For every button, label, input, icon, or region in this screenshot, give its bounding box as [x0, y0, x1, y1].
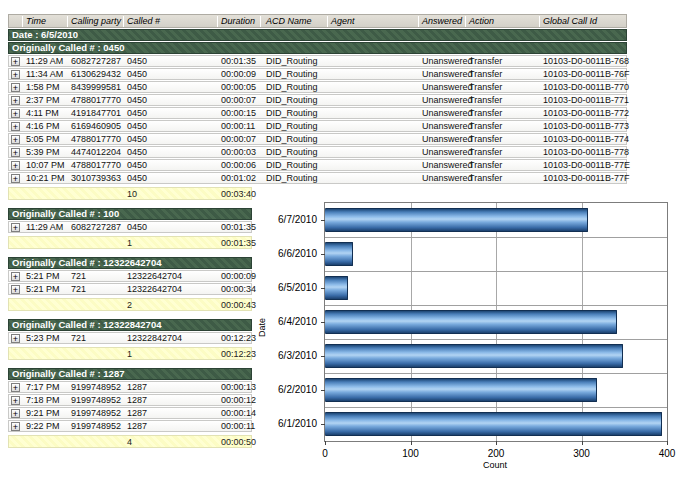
- expand-icon[interactable]: +: [11, 161, 20, 170]
- expand-icon[interactable]: +: [11, 409, 20, 418]
- group-header: Originally Called # : 12322642704: [8, 257, 252, 269]
- cell-called: 12322642704: [125, 284, 220, 294]
- summary-count: 1: [125, 349, 220, 359]
- cell-acd: DID_Routing: [264, 95, 330, 105]
- band-separator: [325, 339, 667, 340]
- cell-time: 10:21 PM: [24, 173, 70, 183]
- cell-duration: 00:01:35: [219, 56, 263, 66]
- cell-time: 9:22 PM: [24, 421, 70, 431]
- cell-answered: Unanswered: [420, 56, 468, 66]
- call-row: +7:17 PM9199748952128700:00:13: [8, 381, 252, 393]
- cell-action: Transfer: [467, 82, 542, 92]
- cell-time: 10:07 PM: [24, 160, 70, 170]
- expand-icon[interactable]: +: [11, 396, 20, 405]
- y-tick-label: 6/4/2010: [255, 316, 317, 328]
- cell-called: 0450: [125, 82, 220, 92]
- x-tick-mark: [411, 441, 412, 445]
- cell-calling: 721: [69, 284, 126, 294]
- cell-answered: Unanswered: [420, 134, 468, 144]
- expand-icon[interactable]: +: [11, 96, 20, 105]
- group-summary-row: 100:12:23: [8, 347, 252, 360]
- cell-called: 12322642704: [125, 271, 220, 281]
- cell-duration: 00:01:02: [219, 173, 263, 183]
- y-tick-label: 6/6/2010: [255, 248, 317, 260]
- call-row: +11:29 AM6082727287045000:01:35: [8, 221, 252, 233]
- cell-calling: 3010739363: [69, 173, 126, 183]
- call-row: +4:16 PM6169460905045000:00:11DID_Routin…: [8, 120, 627, 132]
- cell-global_id: 10103-D0-0011B-77E: [541, 160, 629, 170]
- expand-icon[interactable]: +: [11, 109, 20, 118]
- cell-action: Transfer: [467, 121, 542, 131]
- chart-x-axis-title: Count: [324, 460, 666, 470]
- group-header: Originally Called # : 0450: [8, 42, 627, 54]
- cell-global_id: 10103-D0-0011B-77F: [541, 173, 629, 183]
- cell-called: 1287: [125, 395, 220, 405]
- expand-icon[interactable]: +: [11, 122, 20, 131]
- cell-called: 0450: [125, 134, 220, 144]
- cell-called: 1287: [125, 382, 220, 392]
- x-tick-mark: [496, 441, 497, 445]
- cell-duration: 00:00:07: [219, 134, 263, 144]
- cell-calling: 6169460905: [69, 121, 126, 131]
- column-header-agent: Agent: [329, 16, 419, 27]
- expand-icon[interactable]: +: [11, 135, 20, 144]
- cell-calling: 6130629432: [69, 69, 126, 79]
- summary-count: 10: [125, 189, 220, 199]
- cell-action: Transfer: [467, 108, 542, 118]
- expand-icon[interactable]: +: [11, 334, 20, 343]
- bar-6-5-2010: [325, 276, 348, 300]
- expand-icon[interactable]: +: [11, 70, 20, 79]
- expand-icon[interactable]: +: [11, 285, 20, 294]
- cell-calling: 9199748952: [69, 408, 126, 418]
- cell-calling: 6082727287: [69, 56, 126, 66]
- cell-global_id: 10103-D0-0011B-772: [541, 108, 629, 118]
- cell-calling: 4474012204: [69, 147, 126, 157]
- cell-time: 11:29 AM: [24, 222, 70, 232]
- cell-called: 0450: [125, 56, 220, 66]
- cell-calling: 6082727287: [69, 222, 126, 232]
- x-tick-mark: [582, 441, 583, 445]
- cell-time: 9:21 PM: [24, 408, 70, 418]
- expand-icon[interactable]: +: [11, 83, 20, 92]
- cell-answered: Unanswered: [420, 69, 468, 79]
- column-header-answered: Answered: [420, 16, 466, 27]
- cell-calling: 9199748952: [69, 421, 126, 431]
- column-header-time: Time: [24, 16, 68, 27]
- call-row: +2:37 PM4788017770045000:00:07DID_Routin…: [8, 94, 627, 106]
- cell-action: Transfer: [467, 95, 542, 105]
- bar-6-2-2010: [325, 378, 597, 402]
- cell-global_id: 10103-D0-0011B-778: [541, 147, 629, 157]
- group-header: Originally Called # : 100: [8, 208, 252, 220]
- cell-calling: 8439999581: [69, 82, 126, 92]
- x-tick-label: 300: [562, 448, 602, 460]
- expand-icon[interactable]: +: [11, 57, 20, 66]
- cell-called: 1287: [125, 408, 220, 418]
- expand-icon[interactable]: +: [11, 422, 20, 431]
- cell-time: 5:21 PM: [24, 284, 70, 294]
- cell-answered: Unanswered: [420, 121, 468, 131]
- group-summary-row: 1000:03:40: [8, 187, 252, 200]
- column-header-acd-name: ACD Name: [264, 16, 328, 27]
- expand-icon[interactable]: +: [11, 383, 20, 392]
- cell-time: 11:29 AM: [24, 56, 70, 66]
- y-tick-label: 6/2/2010: [255, 384, 317, 396]
- expand-icon[interactable]: +: [11, 223, 20, 232]
- expand-icon[interactable]: +: [11, 272, 20, 281]
- column-header-calling-party: Calling party #: [69, 16, 124, 27]
- cell-duration: 00:00:07: [219, 95, 263, 105]
- y-tick-label: 6/3/2010: [255, 350, 317, 362]
- cell-time: 5:39 PM: [24, 147, 70, 157]
- cell-global_id: 10103-D0-0011B-773: [541, 121, 629, 131]
- band-separator: [325, 373, 667, 374]
- expand-icon[interactable]: +: [11, 148, 20, 157]
- cell-action: Transfer: [467, 56, 542, 66]
- cell-called: 0450: [125, 160, 220, 170]
- summary-count: 4: [125, 437, 220, 447]
- cell-time: 5:05 PM: [24, 134, 70, 144]
- cell-answered: Unanswered: [420, 147, 468, 157]
- bar-6-7-2010: [325, 208, 588, 232]
- bar-6-1-2010: [325, 412, 662, 436]
- calls-by-date-chart: Date 6/7/20106/6/20106/5/20106/4/20106/3…: [250, 196, 676, 485]
- cell-time: 4:11 PM: [24, 108, 70, 118]
- expand-icon[interactable]: +: [11, 174, 20, 183]
